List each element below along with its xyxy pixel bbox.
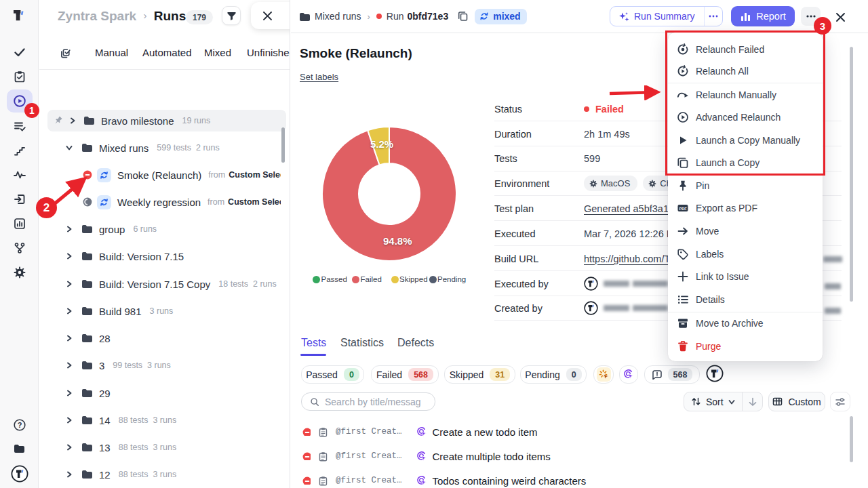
svg-text:PDF: PDF	[679, 207, 687, 211]
svg-text:?: ?	[18, 421, 22, 429]
